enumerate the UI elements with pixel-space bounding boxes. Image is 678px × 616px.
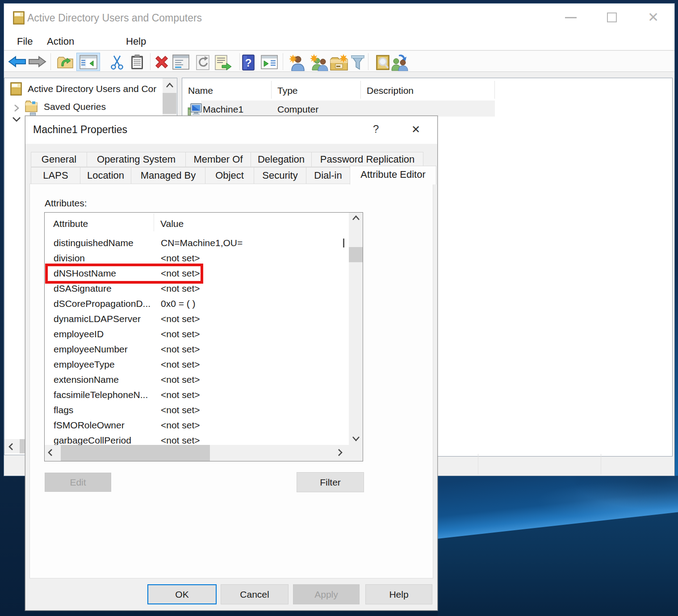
svg-text:?: ? — [245, 57, 252, 69]
